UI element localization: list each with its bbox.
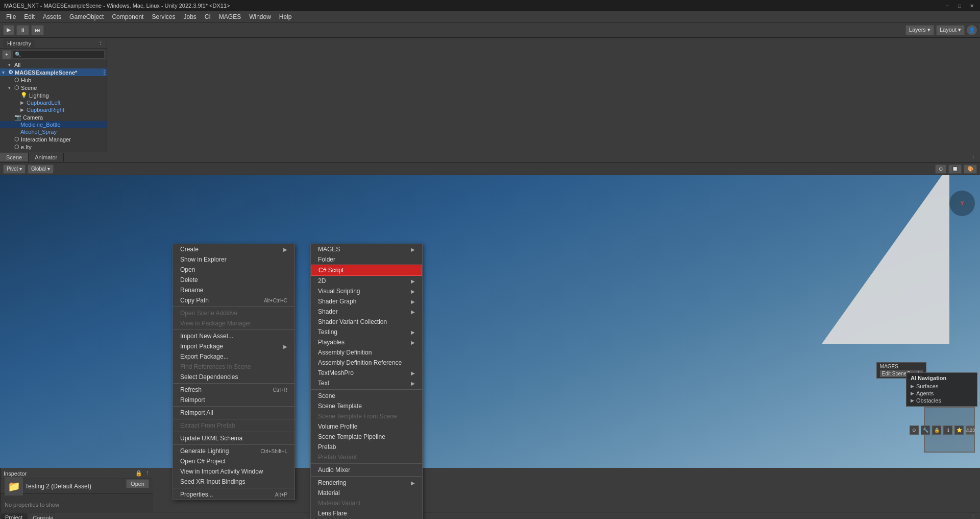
scene-gizmo[interactable]: Y — [949, 191, 975, 216]
ctx-refresh[interactable]: Refresh Ctrl+R — [173, 385, 295, 395]
inspector-tab[interactable]: Inspector — [4, 470, 27, 477]
create-shader[interactable]: Shader ▶ — [311, 306, 422, 317]
layout-dropdown[interactable]: Layout ▾ — [936, 25, 965, 35]
create-testing[interactable]: Testing ▶ — [311, 327, 422, 337]
menu-edit[interactable]: Edit — [20, 12, 39, 21]
create-shader-graph[interactable]: Shader Graph ▶ — [311, 296, 422, 306]
inspector-btn-1[interactable]: ⊙ — [910, 426, 919, 435]
ctx-open-cs-project[interactable]: Open C# Project — [173, 456, 295, 466]
inspector-lock-btn[interactable]: 🔒 — [135, 470, 142, 477]
ai-nav-surfaces[interactable]: ▶ Surfaces — [911, 383, 973, 390]
ctx-copy-path[interactable]: Copy Path Alt+Ctrl+C — [173, 295, 295, 305]
layers-dropdown[interactable]: Layers ▾ — [905, 25, 934, 35]
play-button[interactable]: ▶ — [3, 25, 14, 35]
hier-item-medicine[interactable]: Medicine_Bottle — [0, 121, 107, 128]
hier-item-all[interactable]: ▾ All — [0, 61, 107, 68]
create-playables[interactable]: Playables ▶ — [311, 337, 422, 347]
create-2d[interactable]: 2D ▶ — [311, 276, 422, 286]
create-folder[interactable]: Folder — [311, 254, 422, 265]
hier-item-scene[interactable]: ▾ ⚙ MAGESExampleScene* ⋮ — [0, 68, 107, 76]
create-prefab[interactable]: Prefab — [311, 442, 422, 452]
account-button[interactable]: 👤 — [967, 25, 977, 35]
create-shader-variant[interactable]: Shader Variant Collection — [311, 317, 422, 327]
ctx-properties[interactable]: Properties... Alt+P — [173, 489, 295, 500]
pause-button[interactable]: ⏸ — [16, 25, 29, 35]
create-csharp-script[interactable]: C# Script — [311, 265, 422, 276]
menu-services[interactable]: Services — [148, 12, 179, 21]
menu-component[interactable]: Component — [108, 12, 148, 21]
ctx-show-explorer[interactable]: Show in Explorer — [173, 254, 295, 265]
create-scene-template-pipeline[interactable]: Scene Template Pipeline — [311, 432, 422, 442]
hier-item-cupboard-left[interactable]: ▶ CupboardLeft — [0, 99, 107, 106]
ctx-import-new-asset[interactable]: Import New Asset... — [173, 331, 295, 341]
ctx-generate-lighting[interactable]: Generate Lighting Ctrl+Shift+L — [173, 446, 295, 456]
ctx-rename[interactable]: Rename — [173, 285, 295, 295]
create-scene-template[interactable]: Scene Template — [311, 401, 422, 411]
gizmos-btn[interactable]: ⊙ — [935, 164, 946, 174]
hierarchy-search[interactable]: 🔍 — [12, 51, 105, 59]
create-audio-mixer[interactable]: Audio Mixer — [311, 465, 422, 475]
ctx-seed-xr[interactable]: Seed XR Input Bindings — [173, 477, 295, 487]
hierarchy-add-btn[interactable]: + — [2, 50, 11, 59]
create-lens-flare[interactable]: Lens Flare — [311, 508, 422, 518]
project-tab[interactable]: Project — [0, 513, 28, 520]
create-assembly-definition[interactable]: Assembly Definition — [311, 347, 422, 358]
ctx-delete[interactable]: Delete — [173, 275, 295, 285]
menu-file[interactable]: File — [2, 12, 20, 21]
create-material[interactable]: Material — [311, 488, 422, 498]
ctx-select-dependencies[interactable]: Select Dependencies — [173, 372, 295, 382]
maximize-button[interactable]: □ — [955, 2, 964, 10]
inspector-open-btn[interactable]: Open — [126, 479, 149, 488]
ctx-reimport[interactable]: Reimport — [173, 395, 295, 405]
inspector-warning-count[interactable]: ⚠23 — [966, 426, 975, 435]
scene-view-render[interactable]: 🎨 — [964, 164, 977, 174]
ctx-create[interactable]: Create ▶ — [173, 244, 295, 254]
menu-jobs[interactable]: Jobs — [179, 12, 200, 21]
hier-item-alcohol[interactable]: Alcohol_Spray — [0, 128, 107, 135]
menu-gameobject[interactable]: GameObject — [65, 12, 108, 21]
close-button[interactable]: ✕ — [968, 2, 976, 10]
ctx-export-package[interactable]: Export Package... — [173, 351, 295, 362]
inspector-btn-3[interactable]: 🔒 — [932, 426, 941, 435]
scene-view-options[interactable]: 🔲 — [948, 164, 962, 174]
scene-panel-menu[interactable]: ⋮ — [970, 154, 980, 160]
hier-item-hub[interactable]: ⬡ Hub — [0, 76, 107, 84]
minimize-button[interactable]: − — [943, 2, 951, 10]
ctx-open[interactable]: Open — [173, 265, 295, 275]
create-visual-scripting[interactable]: Visual Scripting ▶ — [311, 286, 422, 296]
console-tab[interactable]: Console — [28, 514, 58, 520]
ctx-reimport-all[interactable]: Reimport All — [173, 408, 295, 418]
inspector-menu-btn[interactable]: ⋮ — [144, 470, 150, 477]
ai-nav-obstacles[interactable]: ▶ Obstacles — [911, 397, 973, 404]
menu-mages[interactable]: MAGES — [215, 12, 245, 21]
menu-window[interactable]: Window — [245, 12, 275, 21]
global-btn[interactable]: Global ▾ — [28, 164, 54, 174]
hierarchy-tab[interactable]: Hierarchy — [3, 39, 35, 48]
create-mages[interactable]: MAGES ▶ — [311, 244, 422, 254]
ctx-view-import-activity[interactable]: View in Import Activity Window — [173, 466, 295, 477]
hier-item-cupboard-right[interactable]: ▶ CupboardRight — [0, 106, 107, 113]
menu-ci[interactable]: CI — [201, 12, 215, 21]
create-assembly-def-ref[interactable]: Assembly Definition Reference — [311, 358, 422, 368]
create-scene[interactable]: Scene — [311, 391, 422, 401]
menu-assets[interactable]: Assets — [39, 12, 65, 21]
ctx-update-uxml[interactable]: Update UXML Schema — [173, 433, 295, 443]
create-text[interactable]: Text ▶ — [311, 378, 422, 388]
hier-item-camera[interactable]: 📷 Camera — [0, 113, 107, 121]
ctx-import-package[interactable]: Import Package ▶ — [173, 341, 295, 351]
inspector-btn-5[interactable]: ⭐ — [954, 426, 964, 435]
create-volume-profile[interactable]: Volume Profile — [311, 421, 422, 432]
hier-item-eity[interactable]: ⬡ e.Ity — [0, 143, 107, 151]
step-button[interactable]: ⏭ — [31, 25, 44, 35]
animator-tab[interactable]: Animator — [29, 153, 64, 161]
inspector-btn-4[interactable]: ℹ — [943, 426, 952, 435]
hier-item-scene-obj[interactable]: ▾ ⬡ Scene — [0, 84, 107, 91]
menu-help[interactable]: Help — [275, 12, 296, 21]
create-rendering[interactable]: Rendering ▶ — [311, 478, 422, 488]
project-panel-menu[interactable]: ⋮ — [970, 514, 980, 519]
hier-item-lighting[interactable]: 💡 Lighting — [0, 91, 107, 99]
inspector-btn-2[interactable]: 🔧 — [921, 426, 930, 435]
hierarchy-menu-btn[interactable]: ⋮ — [98, 40, 104, 46]
hier-item-interaction-mgr[interactable]: ⬡ Interaction Manager — [0, 135, 107, 143]
pivot-btn[interactable]: Pivot ▾ — [3, 164, 26, 174]
